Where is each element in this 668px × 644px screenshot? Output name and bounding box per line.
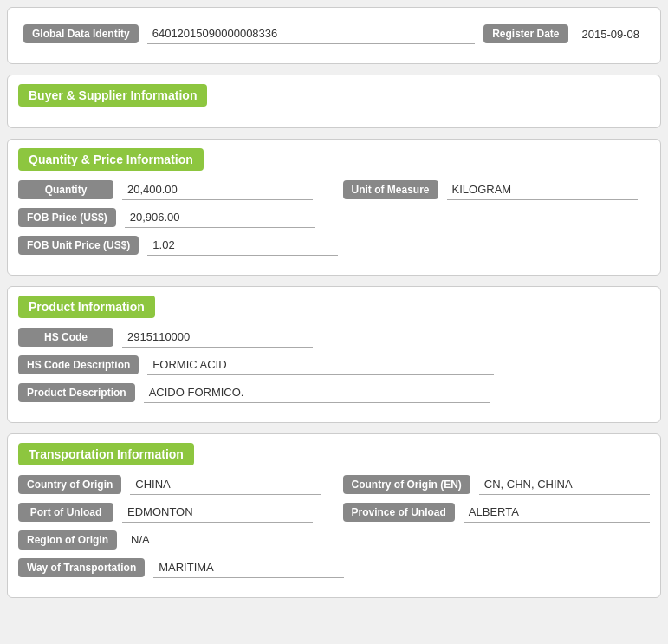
buyer-supplier-header: Buyer & Supplier Information (18, 84, 207, 107)
fob-unit-price-value: 1.02 (147, 235, 338, 256)
global-identity-label: Global Data Identity (23, 24, 139, 43)
quantity-price-header: Quantity & Price Information (18, 148, 204, 171)
quantity-price-card: Quantity & Price Information Quantity 20… (7, 139, 661, 276)
country-origin-group: Country of Origin CHINA (18, 474, 326, 495)
province-unload-label: Province of Unload (343, 503, 455, 522)
hs-code-desc-label: HS Code Description (18, 355, 139, 374)
fob-price-row: FOB Price (US$) 20,906.00 (18, 207, 650, 228)
register-date-value: 2015-09-08 (577, 24, 645, 44)
quantity-group: Quantity 20,400.00 (18, 179, 326, 200)
global-identity-value: 64012015090000008336 (147, 23, 475, 44)
unit-of-measure-group: Unit of Measure KILOGRAM (343, 179, 651, 200)
unit-of-measure-value: KILOGRAM (447, 179, 638, 200)
quantity-row: Quantity 20,400.00 Unit of Measure KILOG… (18, 179, 650, 200)
transportation-header: Transportation Information (18, 443, 194, 465)
product-desc-value: ACIDO FORMICO. (144, 382, 490, 403)
country-origin-en-value: CN, CHN, CHINA (479, 474, 650, 495)
hs-code-row: HS Code 2915110000 (18, 327, 650, 348)
port-unload-value: EDMONTON (122, 502, 313, 523)
hs-code-desc-value: FORMIC ACID (147, 355, 494, 375)
port-unload-group: Port of Unload EDMONTON (18, 502, 326, 523)
quantity-label: Quantity (18, 180, 113, 199)
country-origin-row: Country of Origin CHINA Country of Origi… (18, 474, 650, 495)
region-origin-label: Region of Origin (18, 530, 117, 550)
hs-code-value: 2915110000 (122, 327, 313, 348)
way-transportation-row: Way of Transportation MARITIMA (18, 557, 650, 578)
hs-code-label: HS Code (18, 328, 113, 347)
country-origin-en-label: Country of Origin (EN) (343, 475, 470, 494)
region-origin-row: Region of Origin N/A (18, 530, 650, 550)
product-info-card: Product Information HS Code 2915110000 H… (7, 286, 661, 423)
fob-price-value: 20,906.00 (125, 207, 315, 228)
province-unload-value: ALBERTA (464, 502, 650, 523)
product-desc-label: Product Description (18, 383, 135, 402)
buyer-supplier-card: Buyer & Supplier Information (7, 75, 661, 128)
fob-unit-price-row: FOB Unit Price (US$) 1.02 (18, 235, 650, 256)
fob-unit-price-label: FOB Unit Price (US$) (18, 236, 139, 255)
quantity-value: 20,400.00 (122, 179, 313, 200)
fob-price-label: FOB Price (US$) (18, 208, 116, 227)
product-info-header: Product Information (18, 296, 155, 318)
country-origin-value: CHINA (130, 474, 321, 495)
port-unload-label: Port of Unload (18, 503, 113, 522)
unit-of-measure-label: Unit of Measure (343, 180, 438, 199)
port-unload-row: Port of Unload EDMONTON Province of Unlo… (18, 502, 650, 523)
way-transportation-value: MARITIMA (153, 557, 344, 578)
country-origin-en-group: Country of Origin (EN) CN, CHN, CHINA (343, 474, 651, 495)
register-date-label: Register Date (483, 24, 567, 43)
global-identity-row: Global Data Identity 6401201509000000833… (18, 16, 650, 51)
transportation-card: Transportation Information Country of Or… (7, 433, 661, 598)
province-unload-group: Province of Unload ALBERTA (343, 502, 651, 523)
country-origin-label: Country of Origin (18, 475, 121, 494)
region-origin-value: N/A (126, 530, 316, 550)
way-transportation-label: Way of Transportation (18, 558, 145, 577)
hs-code-desc-row: HS Code Description FORMIC ACID (18, 355, 650, 375)
global-identity-card: Global Data Identity 6401201509000000833… (7, 7, 661, 64)
product-desc-row: Product Description ACIDO FORMICO. (18, 382, 650, 403)
